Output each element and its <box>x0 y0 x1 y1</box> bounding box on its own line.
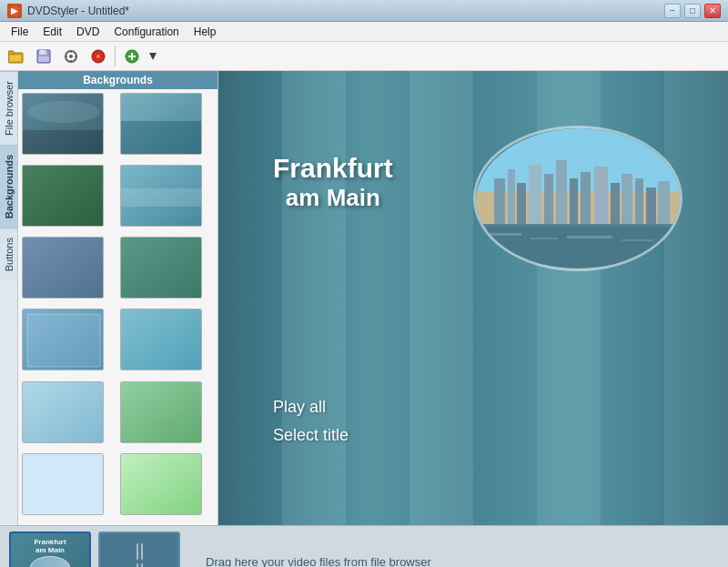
svg-rect-35 <box>121 454 202 515</box>
svg-rect-21 <box>23 130 104 155</box>
menu-edit[interactable]: Edit <box>35 24 69 40</box>
drag-hint-text: Drag here your video files from file bro… <box>206 555 431 567</box>
svg-rect-43 <box>529 165 541 228</box>
toolbar-separator <box>115 46 116 66</box>
svg-rect-27 <box>23 238 104 299</box>
svg-rect-2 <box>9 55 22 62</box>
background-thumb-4[interactable] <box>120 165 202 227</box>
menu-dvd[interactable]: DVD <box>69 24 106 40</box>
svg-rect-42 <box>517 183 526 228</box>
open-button[interactable] <box>4 45 29 68</box>
preview-links: Play all Select title <box>273 398 349 452</box>
svg-rect-54 <box>476 224 682 227</box>
svg-rect-44 <box>544 174 553 228</box>
svg-rect-51 <box>635 178 643 228</box>
background-thumb-2[interactable] <box>120 93 202 155</box>
svg-rect-32 <box>23 382 104 443</box>
backgrounds-grid <box>18 89 217 525</box>
svg-rect-23 <box>121 121 202 155</box>
svg-rect-56 <box>485 233 521 236</box>
tab-file-browser[interactable]: File browser <box>0 71 17 145</box>
menu2-cell-4 <box>141 563 143 567</box>
play-all-link[interactable]: Play all <box>273 398 349 417</box>
svg-rect-31 <box>121 309 202 370</box>
bottom-menus-bar: Frankfurtam Main Play all Menu 1 Menu 2 … <box>0 525 728 567</box>
background-thumb-11[interactable] <box>22 453 104 515</box>
svg-rect-41 <box>508 169 515 228</box>
background-thumb-3[interactable] <box>22 165 104 227</box>
menu-file[interactable]: File <box>4 24 35 40</box>
svg-rect-47 <box>581 172 591 228</box>
background-thumb-8[interactable] <box>120 309 202 370</box>
panel-title: Backgrounds <box>18 71 217 89</box>
add-button[interactable] <box>119 45 145 68</box>
menu-help[interactable]: Help <box>187 24 224 40</box>
menu2-grid <box>131 536 148 568</box>
svg-rect-45 <box>556 160 567 228</box>
menu2-cell-2 <box>141 543 143 560</box>
svg-rect-5 <box>41 50 44 54</box>
background-thumb-6[interactable] <box>120 237 202 299</box>
svg-rect-26 <box>121 188 202 207</box>
window-controls: − □ ✕ <box>664 4 721 18</box>
panel-area: Backgrounds <box>18 71 218 525</box>
menu-thumb-1[interactable]: Frankfurtam Main Play all Menu 1 <box>9 532 91 568</box>
menu2-cell-1 <box>136 543 138 560</box>
toolbar <box>0 42 728 71</box>
background-thumb-7[interactable] <box>22 309 104 370</box>
svg-rect-50 <box>622 174 632 228</box>
background-thumb-5[interactable] <box>22 237 104 299</box>
svg-rect-30 <box>27 314 100 367</box>
background-thumb-1[interactable] <box>22 93 104 155</box>
svg-rect-34 <box>23 454 104 515</box>
svg-rect-52 <box>646 187 656 228</box>
preview-city-image <box>473 126 682 271</box>
sidebar-tabs: File browser Backgrounds Buttons <box>0 71 18 525</box>
app-icon: ▶ <box>7 4 22 18</box>
select-title-link[interactable]: Select title <box>273 426 349 445</box>
background-thumb-10[interactable] <box>120 381 202 443</box>
preview-background: Frankfurt am Main <box>218 71 728 525</box>
menu-bar: File Edit DVD Configuration Help <box>0 22 728 42</box>
svg-rect-6 <box>38 56 49 62</box>
svg-rect-46 <box>570 178 578 228</box>
burn-button[interactable] <box>86 45 111 68</box>
svg-rect-1 <box>8 51 14 55</box>
svg-point-8 <box>69 55 73 58</box>
drag-hint-area: Drag here your video files from file bro… <box>187 555 719 567</box>
svg-rect-59 <box>622 239 653 241</box>
menu-thumb-2[interactable]: Menu 2 <box>98 532 180 568</box>
close-button[interactable]: ✕ <box>704 4 721 18</box>
vert-stripes <box>218 71 728 525</box>
svg-rect-57 <box>531 238 558 239</box>
save-button[interactable] <box>31 45 56 68</box>
svg-rect-49 <box>611 183 620 228</box>
background-thumb-9[interactable] <box>22 381 104 443</box>
minimize-button[interactable]: − <box>664 4 681 18</box>
settings-button[interactable] <box>58 45 84 68</box>
menu-configuration[interactable]: Configuration <box>106 24 186 40</box>
svg-rect-33 <box>121 382 202 443</box>
tab-buttons[interactable]: Buttons <box>0 228 17 280</box>
add-dropdown[interactable] <box>147 45 159 68</box>
tab-backgrounds[interactable]: Backgrounds <box>0 145 17 228</box>
preview-city-title: Frankfurt am Main <box>273 153 393 212</box>
svg-rect-24 <box>23 166 104 227</box>
menu2-cell-3 <box>136 563 138 567</box>
main-layout: File browser Backgrounds Buttons Backgro… <box>0 71 728 525</box>
svg-point-14 <box>96 55 100 58</box>
title-bar: ▶ DVDStyler - Untitled* − □ ✕ <box>0 0 728 22</box>
svg-rect-58 <box>567 236 612 238</box>
menu1-oval-image <box>30 556 70 568</box>
background-thumb-12[interactable] <box>120 453 202 515</box>
svg-rect-28 <box>121 238 202 299</box>
svg-rect-53 <box>658 181 670 228</box>
maximize-button[interactable]: □ <box>684 4 701 18</box>
window-title: DVDStyler - Untitled* <box>27 5 129 17</box>
preview-area: Frankfurt am Main <box>218 71 728 525</box>
svg-rect-40 <box>494 178 505 228</box>
svg-rect-48 <box>594 167 608 228</box>
svg-marker-18 <box>149 53 157 60</box>
svg-point-20 <box>27 101 100 123</box>
